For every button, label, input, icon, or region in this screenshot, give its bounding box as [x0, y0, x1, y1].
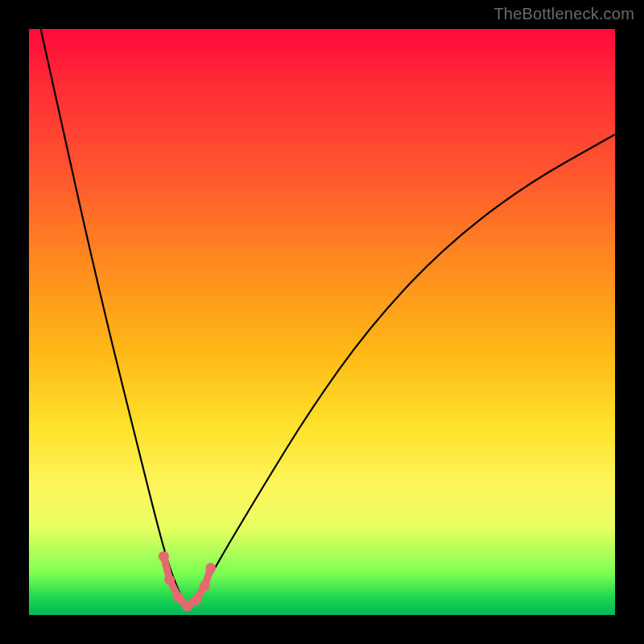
- marker-dot: [182, 601, 192, 612]
- chart-frame: TheBottleneck.com: [0, 0, 644, 644]
- marker-dot: [173, 592, 184, 603]
- marker-dot: [164, 575, 175, 585]
- optimal-range-markers: [159, 551, 216, 612]
- watermark-text: TheBottleneck.com: [493, 5, 634, 23]
- marker-dot: [200, 580, 210, 591]
- marker-dot: [205, 563, 216, 573]
- chart-svg: [29, 29, 615, 615]
- bottleneck-curve: [41, 29, 615, 607]
- plot-area: [29, 29, 615, 615]
- marker-dot: [159, 551, 169, 562]
- marker-dot: [191, 595, 201, 605]
